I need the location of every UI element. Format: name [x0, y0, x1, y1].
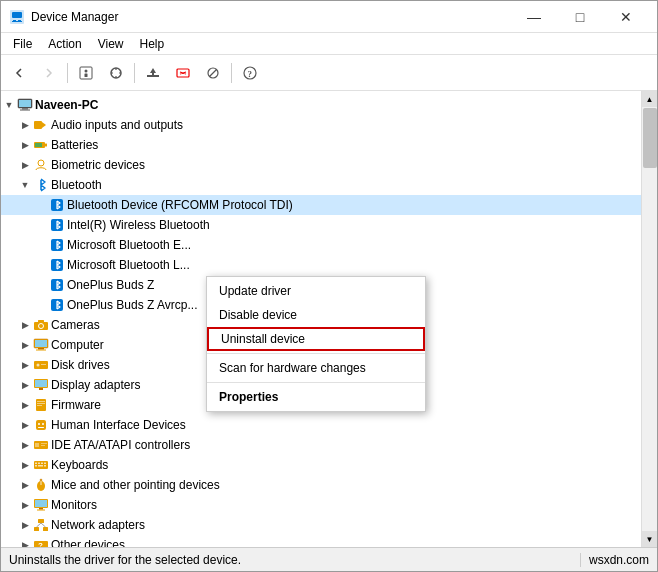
tree-ide[interactable]: ▶ IDE ATA/ATAPI controllers	[1, 435, 641, 455]
title-bar: Device Manager — □ ✕	[1, 1, 657, 33]
bluetooth-label: Bluetooth	[51, 178, 102, 192]
bt-ms-l-label: Microsoft Bluetooth L...	[67, 258, 190, 272]
svg-point-39	[37, 364, 40, 367]
other-expander[interactable]: ▶	[17, 537, 33, 547]
ctx-update-driver[interactable]: Update driver	[207, 279, 425, 303]
scroll-up[interactable]: ▲	[642, 91, 657, 107]
tree-mice[interactable]: ▶ Mice and other pointing devices	[1, 475, 641, 495]
bluetooth-category-icon	[33, 177, 49, 193]
scrollbar[interactable]: ▲ ▼	[641, 91, 657, 547]
svg-rect-62	[38, 465, 43, 467]
svg-text:?: ?	[38, 541, 43, 547]
root-expander[interactable]: ▼	[1, 97, 17, 113]
svg-rect-37	[36, 350, 46, 351]
computer-label: Computer	[51, 338, 104, 352]
help-button[interactable]: ?	[236, 59, 264, 87]
ctx-sep-2	[207, 382, 425, 383]
tree-keyboards[interactable]: ▶ Keyboards	[1, 455, 641, 475]
scan-button[interactable]	[102, 59, 130, 87]
svg-rect-69	[39, 508, 43, 510]
svg-point-6	[85, 69, 88, 72]
tree-hid[interactable]: ▶ Human Interface Devices	[1, 415, 641, 435]
tree-bt-ms-l[interactable]: ▶ Microsoft Bluetooth L...	[1, 255, 641, 275]
svg-rect-42	[35, 380, 47, 387]
svg-text:?: ?	[248, 69, 253, 79]
bluetooth-expander[interactable]: ▼	[17, 177, 33, 193]
diskdrives-expander[interactable]: ▶	[17, 357, 33, 373]
tree-bt-rfcomm[interactable]: ▶ Bluetooth Device (RFCOMM Protocol TDI)	[1, 195, 641, 215]
biometric-expander[interactable]: ▶	[17, 157, 33, 173]
keyboards-expander[interactable]: ▶	[17, 457, 33, 473]
tree-network[interactable]: ▶ Network adapters	[1, 515, 641, 535]
svg-rect-71	[38, 519, 44, 523]
ctx-scan-hardware[interactable]: Scan for hardware changes	[207, 356, 425, 380]
ctx-uninstall-device[interactable]: Uninstall device	[207, 327, 425, 351]
maximize-button[interactable]: □	[557, 1, 603, 33]
menu-file[interactable]: File	[5, 35, 40, 53]
tree-bt-intel[interactable]: ▶ Intel(R) Wireless Bluetooth	[1, 215, 641, 235]
tree-bluetooth[interactable]: ▼ Bluetooth	[1, 175, 641, 195]
ide-expander[interactable]: ▶	[17, 437, 33, 453]
svg-point-66	[40, 479, 42, 481]
svg-rect-22	[45, 144, 47, 147]
bt-op1-label: OnePlus Buds Z	[67, 278, 154, 292]
disable-button[interactable]	[199, 59, 227, 87]
audio-icon	[33, 117, 49, 133]
menu-help[interactable]: Help	[132, 35, 173, 53]
bt-ms-e-icon	[49, 237, 65, 253]
tree-bt-ms-e[interactable]: ▶ Microsoft Bluetooth E...	[1, 235, 641, 255]
biometric-icon	[33, 157, 49, 173]
scroll-down[interactable]: ▼	[642, 531, 657, 547]
menu-bar: File Action View Help	[1, 33, 657, 55]
network-icon	[33, 517, 49, 533]
root-label: Naveen-PC	[35, 98, 98, 112]
svg-rect-16	[19, 100, 31, 107]
bt-op1-icon	[49, 277, 65, 293]
monitors-icon	[33, 497, 49, 513]
ide-label: IDE ATA/ATAPI controllers	[51, 438, 190, 452]
svg-point-49	[38, 423, 40, 425]
firmware-expander[interactable]: ▶	[17, 397, 33, 413]
svg-line-75	[41, 523, 46, 527]
display-expander[interactable]: ▶	[17, 377, 33, 393]
other-icon: ?	[33, 537, 49, 547]
audio-label: Audio inputs and outputs	[51, 118, 183, 132]
svg-rect-60	[44, 463, 46, 465]
svg-rect-23	[35, 143, 42, 147]
tree-audio[interactable]: ▶ Audio inputs and outputs	[1, 115, 641, 135]
tree-root[interactable]: ▼ Naveen-PC	[1, 95, 641, 115]
menu-action[interactable]: Action	[40, 35, 89, 53]
update-driver-button[interactable]	[139, 59, 167, 87]
ctx-sep-1	[207, 353, 425, 354]
tree-other[interactable]: ▶ ? Other devices	[1, 535, 641, 547]
network-expander[interactable]: ▶	[17, 517, 33, 533]
tree-biometric[interactable]: ▶ Biometric devices	[1, 155, 641, 175]
hid-expander[interactable]: ▶	[17, 417, 33, 433]
forward-button[interactable]	[35, 59, 63, 87]
bt-rfcomm-icon	[49, 197, 65, 213]
tree-batteries[interactable]: ▶ Batteries	[1, 135, 641, 155]
computer-expander[interactable]: ▶	[17, 337, 33, 353]
window-icon	[9, 9, 25, 25]
ctx-disable-device[interactable]: Disable device	[207, 303, 425, 327]
monitors-expander[interactable]: ▶	[17, 497, 33, 513]
back-button[interactable]	[5, 59, 33, 87]
svg-rect-47	[37, 405, 42, 406]
close-button[interactable]: ✕	[603, 1, 649, 33]
audio-expander[interactable]: ▶	[17, 117, 33, 133]
main-content: ▼ Naveen-PC ▶	[1, 91, 657, 547]
computer-icon	[17, 97, 33, 113]
scroll-thumb[interactable]	[643, 108, 657, 168]
svg-rect-36	[38, 348, 44, 350]
uninstall-button[interactable]	[169, 59, 197, 87]
mice-expander[interactable]: ▶	[17, 477, 33, 493]
svg-rect-55	[41, 445, 45, 446]
properties-button[interactable]	[72, 59, 100, 87]
minimize-button[interactable]: —	[511, 1, 557, 33]
cameras-expander[interactable]: ▶	[17, 317, 33, 333]
batteries-expander[interactable]: ▶	[17, 137, 33, 153]
tree-monitors[interactable]: ▶ Monitors	[1, 495, 641, 515]
ctx-properties[interactable]: Properties	[207, 385, 425, 409]
svg-rect-45	[37, 401, 45, 402]
menu-view[interactable]: View	[90, 35, 132, 53]
